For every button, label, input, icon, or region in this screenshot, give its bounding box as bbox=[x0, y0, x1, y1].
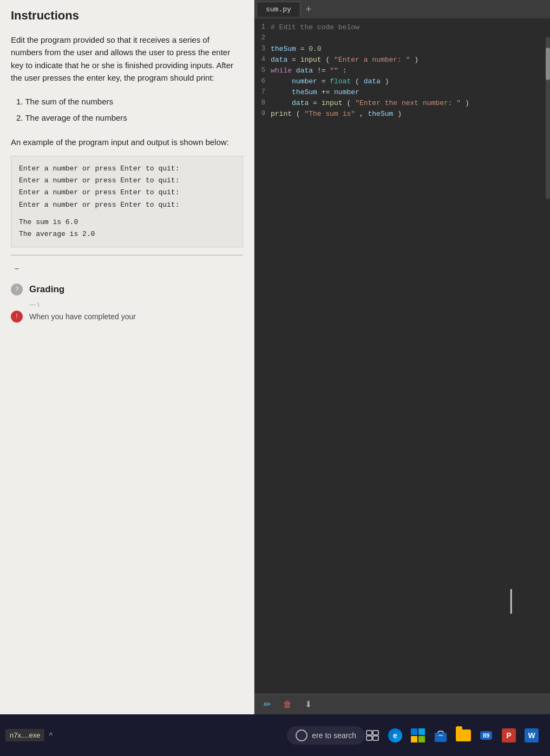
exe-label[interactable]: n7x....exe bbox=[5, 729, 44, 741]
example-line-1: Enter a number or press Enter to quit: bbox=[19, 163, 235, 175]
instructions-list: 1. The sum of the numbers 2. The average… bbox=[16, 94, 243, 126]
when-row: ! When you have completed your bbox=[11, 311, 243, 323]
svg-rect-5 bbox=[438, 735, 443, 736]
left-panel: Instructions Edit the program provided s… bbox=[0, 0, 254, 714]
example-box: Enter a number or press Enter to quit: E… bbox=[11, 156, 243, 247]
code-line-6: 6 number = float ( data ) bbox=[254, 77, 550, 88]
cursor-beam: │ bbox=[505, 591, 518, 613]
delete-button[interactable]: 🗑 bbox=[281, 699, 293, 711]
example-line-2: Enter a number or press Enter to quit: bbox=[19, 175, 235, 187]
store-bag-icon[interactable] bbox=[433, 728, 448, 743]
search-circle-icon bbox=[296, 729, 307, 741]
svg-rect-1 bbox=[373, 731, 378, 735]
notification-badge[interactable]: 89 bbox=[479, 728, 494, 743]
example-label: An example of the program input and outp… bbox=[11, 136, 243, 148]
task-view-icon[interactable] bbox=[365, 728, 380, 743]
tab-bar: sum.py + bbox=[254, 0, 550, 18]
taskbar-left: n7x....exe ^ bbox=[5, 729, 287, 741]
add-tab-button[interactable]: + bbox=[300, 4, 317, 15]
svg-rect-3 bbox=[373, 736, 378, 740]
share-icon[interactable]: − bbox=[11, 263, 23, 275]
code-line-4: 4 data = input ( "Enter a number: " ) bbox=[254, 55, 550, 66]
list-item-1: 1. The sum of the numbers bbox=[16, 94, 243, 110]
folder-icon[interactable] bbox=[456, 728, 471, 743]
notif-count: 89 bbox=[480, 731, 492, 740]
powerpoint-icon[interactable]: P bbox=[501, 728, 516, 743]
tab-sum-py[interactable]: sum.py bbox=[257, 2, 300, 17]
edge-icon[interactable]: e bbox=[388, 728, 403, 743]
code-line-2: 2 bbox=[254, 34, 550, 44]
svg-rect-4 bbox=[435, 733, 447, 742]
grading-label: Grading bbox=[29, 284, 64, 295]
instructions-title: Instructions bbox=[11, 9, 243, 23]
download-button[interactable]: ⬇ bbox=[302, 699, 314, 711]
code-line-9: 9 print ( "The sum is" , theSum ) bbox=[254, 109, 550, 120]
svg-rect-2 bbox=[366, 736, 372, 740]
example-line-4: Enter a number or press Enter to quit: bbox=[19, 199, 235, 211]
code-line-8: 8 data = input ( "Enter the next number:… bbox=[254, 98, 550, 109]
taskbar-icons: e 89 P bbox=[365, 728, 545, 743]
share-row: − bbox=[11, 263, 243, 275]
chevron-up-icon[interactable]: ^ bbox=[49, 731, 53, 740]
vertical-scrollbar[interactable] bbox=[546, 37, 550, 199]
word-icon[interactable]: W bbox=[524, 728, 539, 743]
taskbar: n7x....exe ^ ere to search e bbox=[0, 714, 550, 756]
code-line-5: 5 while data != "" : bbox=[254, 66, 550, 77]
divider bbox=[11, 255, 243, 255]
example-output-avg: The average is 2.0 bbox=[19, 228, 235, 240]
search-area[interactable]: ere to search bbox=[287, 726, 365, 745]
instructions-body: Edit the program provided so that it rec… bbox=[11, 34, 243, 84]
svg-rect-0 bbox=[366, 731, 372, 735]
code-line-3: 3 theSum = 0.0 bbox=[254, 44, 550, 55]
windows-store-icon[interactable] bbox=[410, 728, 425, 743]
code-line-1: 1 # Edit the code below bbox=[254, 23, 550, 34]
grading-row[interactable]: ? Grading bbox=[11, 284, 243, 295]
code-line-7: 7 theSum += number bbox=[254, 88, 550, 98]
when-icon: ! bbox=[11, 311, 23, 323]
example-line-3: Enter a number or press Enter to quit: bbox=[19, 187, 235, 199]
code-area[interactable]: 1 # Edit the code below 2 3 theSum = 0.0… bbox=[254, 18, 550, 694]
edit-button[interactable]: ✏ bbox=[261, 699, 273, 711]
when-label: When you have completed your bbox=[29, 312, 136, 321]
grading-icon: ? bbox=[11, 284, 23, 295]
search-text[interactable]: ere to search bbox=[312, 731, 356, 740]
grading-sub: ⸻ \ bbox=[29, 301, 243, 308]
list-item-2: 2. The average of the numbers bbox=[16, 110, 243, 126]
scroll-thumb[interactable] bbox=[546, 48, 550, 80]
example-output-sum: The sum is 6.0 bbox=[19, 216, 235, 228]
editor-toolbar: ✏ 🗑 ⬇ bbox=[254, 694, 550, 714]
code-editor[interactable]: sum.py + 1 # Edit the code below 2 3 the… bbox=[254, 0, 550, 714]
